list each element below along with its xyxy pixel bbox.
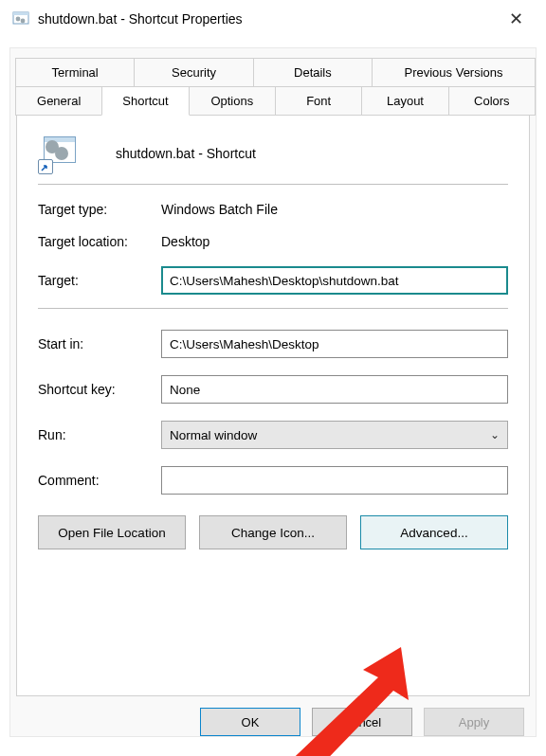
tab-panel-shortcut: shutdown.bat - Shortcut Target type: Win… [16, 116, 530, 696]
start-in-input[interactable] [161, 330, 508, 358]
tab-layout[interactable]: Layout [361, 86, 448, 116]
dialog-body: Terminal Security Details Previous Versi… [9, 47, 537, 737]
tab-terminal[interactable]: Terminal [15, 58, 135, 86]
svg-point-3 [21, 18, 26, 23]
value-target-type: Windows Batch File [161, 202, 508, 217]
svg-rect-1 [13, 12, 28, 15]
tab-strip: Terminal Security Details Previous Versi… [10, 48, 536, 116]
open-file-location-button[interactable]: Open File Location [38, 515, 186, 549]
tab-colors[interactable]: Colors [448, 86, 536, 116]
tab-details[interactable]: Details [253, 58, 373, 86]
comment-input[interactable] [161, 466, 508, 495]
apply-button[interactable]: Apply [424, 708, 524, 736]
label-comment: Comment: [38, 473, 161, 488]
divider [38, 184, 508, 185]
run-select[interactable]: Normal window ⌄ [161, 421, 508, 449]
label-target-type: Target type: [38, 202, 161, 217]
divider [38, 308, 508, 309]
titlebar: shutdown.bat - Shortcut Properties ✕ [0, 0, 546, 38]
label-target-location: Target location: [38, 234, 161, 249]
tab-security[interactable]: Security [134, 58, 253, 86]
shortcut-name: shutdown.bat - Shortcut [116, 146, 256, 161]
cancel-button[interactable]: Cancel [312, 708, 412, 736]
advanced-button[interactable]: Advanced... [360, 515, 508, 549]
target-input[interactable] [161, 266, 508, 295]
label-run: Run: [38, 427, 161, 442]
shortcut-key-input[interactable] [161, 375, 508, 404]
tab-previous-versions[interactable]: Previous Versions [372, 58, 536, 86]
tab-options[interactable]: Options [189, 86, 276, 116]
change-icon-button[interactable]: Change Icon... [199, 515, 347, 549]
window-title: shutdown.bat - Shortcut Properties [38, 11, 497, 27]
label-start-in: Start in: [38, 336, 161, 351]
value-target-location: Desktop [161, 234, 508, 249]
shortcut-icon [38, 133, 80, 174]
label-shortcut-key: Shortcut key: [38, 382, 161, 397]
svg-point-2 [16, 16, 21, 21]
tab-general[interactable]: General [15, 86, 102, 116]
dialog-footer: OK Cancel Apply [10, 696, 536, 736]
ok-button[interactable]: OK [200, 708, 300, 736]
tab-font[interactable]: Font [275, 86, 362, 116]
window-icon [11, 9, 30, 28]
shortcut-overlay-arrow-icon [38, 159, 53, 174]
close-button[interactable]: ✕ [497, 9, 535, 29]
chevron-down-icon: ⌄ [490, 428, 500, 441]
run-select-value: Normal window [170, 428, 257, 442]
tab-shortcut[interactable]: Shortcut [101, 86, 189, 116]
label-target: Target: [38, 273, 161, 288]
